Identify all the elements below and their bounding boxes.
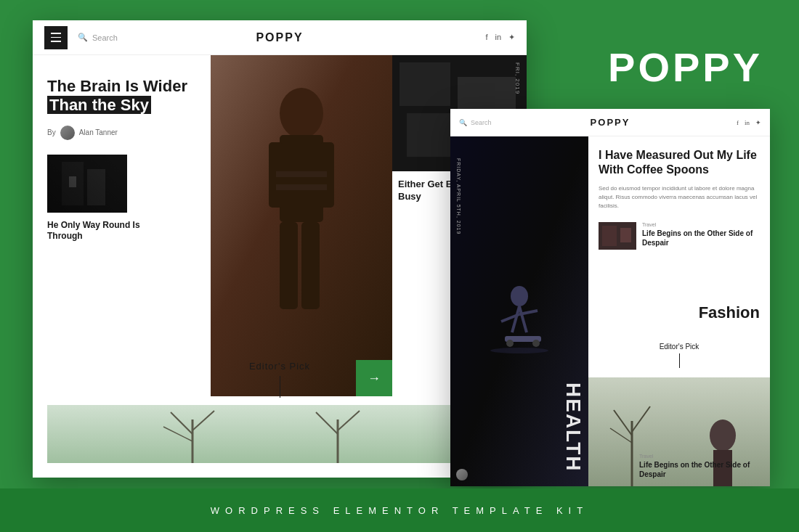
bottom-bar: WordPress Elementor Template Kit — [0, 488, 799, 532]
svg-rect-1 — [62, 162, 84, 205]
main-article-title: The Brain Is Wider Than the Sky — [47, 77, 192, 115]
fashion-label: Fashion — [588, 296, 770, 327]
svg-rect-7 — [280, 135, 323, 222]
header-search[interactable]: 🔍 Search — [78, 33, 118, 42]
bottom-article-info: Travel Life Begins on the Other Side of … — [639, 454, 763, 479]
menu-line-3 — [51, 41, 61, 42]
secondary-content: FRIDAY, APRIL 5TH, 2019 HEALTH I Have Me… — [450, 136, 770, 486]
title-line-1: The Brain Is Wider — [47, 77, 187, 95]
svg-point-37 — [490, 348, 548, 353]
author-by-label: By — [47, 128, 56, 136]
main-header: 🔍 Search POPPY f in ✦ — [33, 20, 527, 55]
author-row: By Alan Tanner — [47, 126, 192, 140]
secondary-main-image: FRIDAY, APRIL 5TH, 2019 HEALTH — [450, 136, 588, 486]
svg-rect-12 — [276, 171, 327, 177]
secondary-logo[interactable]: POPPY — [591, 117, 630, 128]
social-links: f in ✦ — [485, 33, 515, 42]
editors-pick-preview — [47, 405, 512, 463]
secondary-article-desc: Sed do eiusmod tempor incididunt ut labo… — [599, 184, 760, 210]
twitter-icon[interactable]: ✦ — [508, 33, 515, 42]
secondary-small-category: Travel — [642, 222, 760, 227]
linkedin-icon[interactable]: in — [495, 33, 501, 42]
sec-twitter-icon[interactable]: ✦ — [755, 119, 761, 126]
editors-pick-divider — [280, 376, 280, 398]
title-line-2: Than the Sky — [47, 96, 151, 114]
author-avatar — [60, 126, 75, 140]
secondary-main-article-title: I Have Measured Out My Life With Coffee … — [599, 148, 760, 177]
hero-person-image — [211, 55, 392, 396]
article-date-vertical: FRI, 2019 — [514, 62, 521, 94]
svg-point-6 — [280, 88, 323, 139]
secondary-social: f in ✦ — [737, 119, 761, 126]
small-article-title: He Only Way Round Is Through — [47, 220, 142, 242]
svg-rect-20 — [47, 405, 512, 463]
hero-image: → — [211, 55, 392, 396]
editors-pick-label: Editor's Pick — [47, 361, 512, 372]
health-label: HEALTH — [561, 382, 585, 472]
author-name: Alan Tanner — [79, 128, 118, 136]
bottom-bar-tagline: WordPress Elementor Template Kit — [211, 505, 588, 516]
bottom-preview: Travel Life Begins on the Other Side of … — [588, 377, 770, 486]
secondary-card: 🔍 Search POPPY f in ✦ — [450, 109, 770, 486]
bottom-article-title: Life Begins on the Other Side of Despair — [639, 460, 763, 479]
svg-rect-40 — [620, 228, 631, 242]
small-article[interactable]: He Only Way Round Is Through — [47, 155, 192, 242]
facebook-icon[interactable]: f — [485, 33, 487, 42]
menu-line-2 — [51, 37, 61, 38]
fashion-section: Fashion — [588, 296, 770, 486]
svg-rect-39 — [602, 226, 617, 246]
menu-line-1 — [51, 33, 61, 34]
search-icon: 🔍 — [78, 33, 88, 42]
header-logo[interactable]: POPPY — [256, 31, 303, 44]
secondary-small-article[interactable]: Travel Life Begins on the Other Side of … — [599, 222, 760, 250]
secondary-editors-pick-line — [679, 353, 680, 368]
secondary-editors-pick: Editor's Pick — [588, 343, 770, 374]
brand-title-overlay: POPPY — [608, 44, 763, 91]
secondary-small-info: Travel Life Begins on the Other Side of … — [642, 222, 760, 247]
secondary-search[interactable]: 🔍 Search — [459, 119, 492, 126]
secondary-editors-pick-label: Editor's Pick — [588, 343, 770, 351]
svg-point-36 — [532, 340, 540, 347]
sec-search-icon: 🔍 — [459, 119, 467, 126]
search-label: Search — [92, 33, 118, 42]
svg-point-35 — [506, 340, 514, 347]
sec-search-label: Search — [471, 119, 492, 126]
secondary-date-vertical: FRIDAY, APRIL 5TH, 2019 — [456, 158, 461, 234]
svg-point-29 — [511, 286, 528, 306]
hamburger-menu[interactable] — [44, 26, 68, 49]
secondary-header: 🔍 Search POPPY f in ✦ — [450, 109, 770, 136]
secondary-small-title: Life Begins on the Other Side of Despair — [642, 229, 760, 247]
small-article-image — [47, 155, 127, 213]
secondary-small-image — [599, 222, 636, 250]
sec-linkedin-icon[interactable]: in — [745, 119, 750, 126]
svg-rect-2 — [87, 169, 105, 205]
svg-rect-11 — [301, 222, 320, 309]
svg-rect-10 — [280, 222, 298, 309]
svg-rect-4 — [69, 176, 76, 187]
svg-point-46 — [710, 420, 736, 451]
svg-rect-0 — [47, 155, 127, 213]
secondary-author-avatar — [456, 469, 468, 480]
svg-rect-13 — [276, 184, 327, 190]
bottom-category: Travel — [639, 454, 763, 459]
svg-rect-3 — [47, 155, 127, 213]
sec-facebook-icon[interactable]: f — [737, 119, 739, 126]
